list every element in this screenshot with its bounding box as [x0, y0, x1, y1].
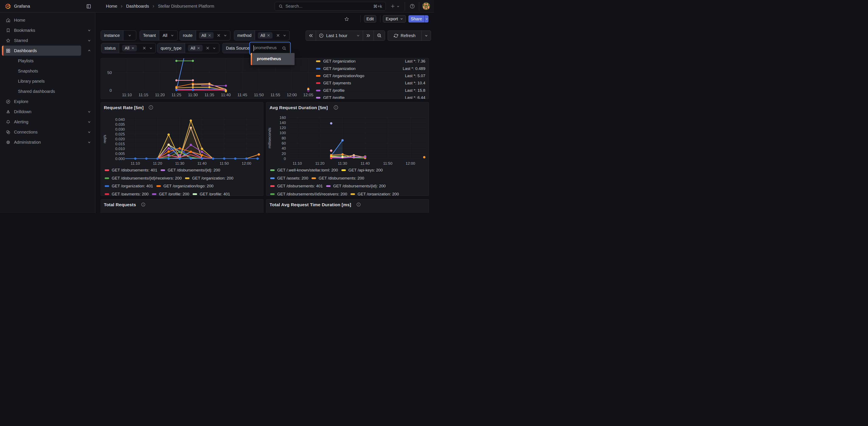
svg-text:11:20: 11:20: [155, 93, 165, 97]
svg-text:11:45: 11:45: [238, 93, 247, 97]
svg-text:11:30: 11:30: [175, 161, 184, 165]
svg-text:11:50: 11:50: [220, 161, 229, 165]
svg-text:11:10: 11:10: [122, 93, 132, 97]
svg-text:11:10: 11:10: [293, 161, 302, 165]
svg-text:12:00: 12:00: [406, 161, 415, 165]
svg-text:80: 80: [282, 136, 286, 140]
svg-text:0: 0: [110, 88, 112, 93]
svg-text:11:30: 11:30: [188, 93, 198, 97]
svg-text:11:55: 11:55: [270, 93, 280, 97]
svg-text:0.000: 0.000: [115, 157, 125, 161]
svg-text:milliseconds: milliseconds: [268, 128, 272, 148]
svg-text:0.010: 0.010: [115, 147, 125, 151]
svg-text:140: 140: [280, 121, 286, 125]
svg-text:20: 20: [282, 152, 286, 156]
svg-text:req/s: req/s: [102, 135, 107, 143]
svg-text:11:35: 11:35: [205, 93, 214, 97]
svg-text:0.040: 0.040: [115, 117, 125, 122]
svg-text:11:50: 11:50: [383, 161, 393, 165]
svg-text:11:50: 11:50: [254, 93, 264, 97]
svg-text:160: 160: [280, 116, 286, 120]
svg-text:40: 40: [282, 146, 286, 150]
svg-text:11:20: 11:20: [315, 161, 324, 165]
svg-text:0.020: 0.020: [115, 137, 125, 141]
svg-text:11:25: 11:25: [172, 93, 181, 97]
svg-text:0.015: 0.015: [115, 142, 125, 146]
svg-text:0.030: 0.030: [115, 127, 125, 131]
svg-text:12:00: 12:00: [287, 93, 297, 97]
svg-text:12:00: 12:00: [242, 161, 251, 165]
svg-text:120: 120: [280, 126, 286, 130]
svg-text:0.005: 0.005: [115, 152, 125, 156]
svg-text:0: 0: [284, 157, 286, 161]
svg-text:11:30: 11:30: [338, 161, 347, 165]
svg-text:11:40: 11:40: [197, 161, 207, 165]
svg-text:11:40: 11:40: [221, 93, 231, 97]
svg-text:50: 50: [107, 70, 112, 75]
svg-text:0.035: 0.035: [115, 122, 125, 126]
svg-text:11:40: 11:40: [361, 161, 370, 165]
svg-text:100: 100: [280, 131, 286, 135]
svg-text:11:20: 11:20: [153, 161, 162, 165]
svg-text:60: 60: [282, 141, 286, 145]
svg-text:11:15: 11:15: [138, 93, 148, 97]
svg-text:11:10: 11:10: [131, 161, 140, 165]
svg-text:0.025: 0.025: [115, 132, 125, 136]
svg-text:12:05: 12:05: [303, 93, 313, 97]
